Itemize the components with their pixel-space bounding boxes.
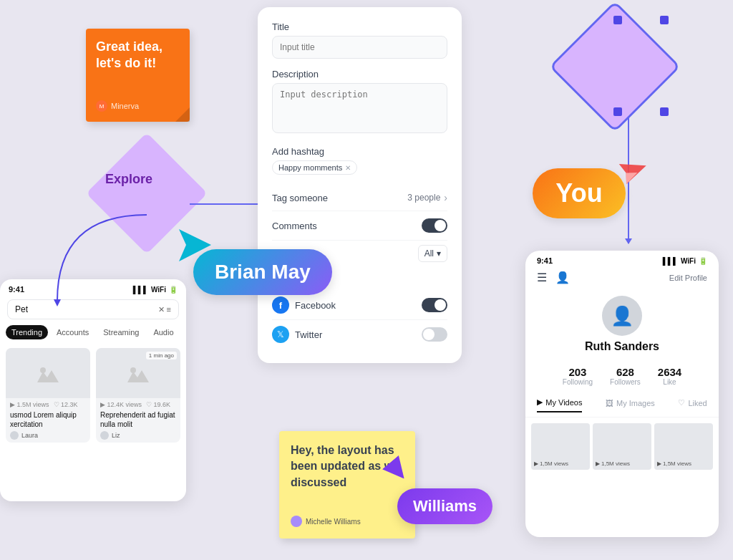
handle-bottom-right xyxy=(660,107,669,116)
person-icon[interactable]: 👤 xyxy=(555,271,570,284)
facebook-name: f Facebook xyxy=(272,296,336,314)
comments-toggle[interactable] xyxy=(422,218,447,233)
description-group: Description xyxy=(272,69,447,136)
brian-may-bubble: Brian May xyxy=(193,249,332,295)
tag-someone-value: 3 people › xyxy=(407,192,447,203)
video-thumb-2[interactable]: ▶1,5M views xyxy=(593,423,651,470)
status-bar-left: 9:41 ▌▌▌ WiFi 🔋 xyxy=(0,279,186,296)
stat-following: 203 Following xyxy=(563,366,593,386)
description-label: Description xyxy=(272,69,447,79)
yellow-note-author: Michelle Williams xyxy=(291,516,404,527)
title-label: Title xyxy=(272,21,447,32)
twitter-toggle[interactable] xyxy=(422,327,447,342)
video-views-1: ▶1,5M views xyxy=(534,460,587,467)
profile-status-bar: 9:41 ▌▌▌ WiFi 🔋 xyxy=(525,251,719,268)
facebook-toggle[interactable] xyxy=(422,298,447,312)
hamburger-icon[interactable]: ☰ xyxy=(537,271,547,284)
nav-icons: ☰ 👤 xyxy=(537,271,570,284)
paper-plane-icon xyxy=(618,156,647,185)
form-card: Title Description Add hashtag Happy momm… xyxy=(258,7,462,363)
play-icon: ▶ xyxy=(537,397,543,407)
status-icons-right: ▌▌▌ WiFi 🔋 xyxy=(663,256,707,265)
card-info-1: ▶ 1.5M views ♡ 12.3K usmod Lorem aliquip… xyxy=(6,398,90,443)
minerva-avatar: M xyxy=(96,100,107,112)
stat-followers: 628 Followers xyxy=(610,366,641,386)
title-input[interactable] xyxy=(272,36,447,59)
hashtag-group: Add hashtag Happy momments ✕ xyxy=(272,146,447,175)
facebook-row: f Facebook xyxy=(272,291,447,320)
hashtag-label: Add hashtag xyxy=(272,146,447,157)
svg-marker-4 xyxy=(619,156,647,184)
tab-my-images[interactable]: 🖼 My Images xyxy=(606,397,655,412)
status-icons-left: ▌▌▌ WiFi 🔋 xyxy=(133,285,178,294)
mobile-app-left: 9:41 ▌▌▌ WiFi 🔋 Pet ✕ ≡ Trending Account… xyxy=(0,279,186,501)
description-input[interactable] xyxy=(272,83,447,133)
card-meta-2: ▶ 12.4K views ♡ 19.6K xyxy=(100,401,176,408)
card-meta-1: ▶ 1.5M views ♡ 12.3K xyxy=(10,401,86,408)
explore-label[interactable]: Explore xyxy=(105,172,152,187)
explore-arrow xyxy=(190,203,268,205)
tab-accounts[interactable]: Accounts xyxy=(51,325,94,339)
cyan-arrow-icon xyxy=(179,229,211,261)
michelle-avatar xyxy=(291,516,302,527)
mobile-tabs: Trending Accounts Streaming Audio xyxy=(0,322,186,342)
video-thumb-3[interactable]: ▶1,5M views xyxy=(654,423,713,470)
tab-streaming[interactable]: Streaming xyxy=(97,325,145,339)
image-icon: 🖼 xyxy=(606,399,613,407)
tab-my-videos[interactable]: ▶ My Videos xyxy=(537,397,582,412)
search-bar-left[interactable]: Pet ✕ ≡ xyxy=(7,299,179,319)
tab-audio[interactable]: Audio xyxy=(147,325,179,339)
card-info-2: ▶ 12.4K views ♡ 19.6K Reprehenderit ad f… xyxy=(96,398,180,443)
hashtag-chip[interactable]: Happy momments ✕ xyxy=(272,160,357,175)
video-thumb-1[interactable]: ▶1,5M views xyxy=(531,423,590,470)
handle-bottom-left xyxy=(613,107,622,116)
video-views-2: ▶1,5M views xyxy=(596,460,649,467)
you-bubble: You xyxy=(533,168,626,218)
edit-profile-button[interactable]: Edit Profile xyxy=(669,274,707,282)
content-card-2[interactable]: 1 min ago ▶ 12.4K views ♡ 19.6K Reprehen… xyxy=(96,348,180,443)
sticky-note-orange-author: M Minerva xyxy=(96,100,180,112)
title-group: Title xyxy=(272,21,447,59)
video-views-3: ▶1,5M views xyxy=(657,460,710,467)
tag-someone-row[interactable]: Tag someone 3 people › xyxy=(272,185,447,211)
tab-liked[interactable]: ♡ Liked xyxy=(678,397,707,412)
card-author-1: Laura xyxy=(10,431,86,440)
mobile-app-right: 9:41 ▌▌▌ WiFi 🔋 ☰ 👤 Edit Profile 👤 Ruth … xyxy=(525,251,719,537)
facebook-icon: f xyxy=(272,296,289,314)
chevron-down-icon: ▾ xyxy=(437,248,441,259)
twitter-row: 𝕏 Twitter xyxy=(272,320,447,349)
content-grid: ▶ 1.5M views ♡ 12.3K usmod Lorem aliquip… xyxy=(0,342,186,448)
profile-stats: 203 Following 628 Followers 2634 Like xyxy=(525,359,719,393)
card-author-2: Liz xyxy=(100,431,176,440)
search-clear-icon[interactable]: ✕ ≡ xyxy=(158,305,171,314)
stat-likes: 2634 Like xyxy=(658,366,681,386)
profile-avatar-area: 👤 Ruth Sanders xyxy=(525,290,719,359)
sticky-note-orange-text: Great idea, let's do it! xyxy=(96,39,180,72)
card-image-2: 1 min ago xyxy=(96,348,180,398)
handle-top-right xyxy=(660,16,669,24)
tab-trending[interactable]: Trending xyxy=(6,325,48,339)
twitter-icon: 𝕏 xyxy=(272,326,289,343)
profile-avatar: 👤 xyxy=(602,296,642,336)
profile-tabs-row: ▶ My Videos 🖼 My Images ♡ Liked xyxy=(525,393,719,417)
content-card-1[interactable]: ▶ 1.5M views ♡ 12.3K usmod Lorem aliquip… xyxy=(6,348,90,443)
profile-name: Ruth Sanders xyxy=(585,340,659,353)
svg-marker-1 xyxy=(179,229,211,261)
handle-top-left xyxy=(613,16,622,24)
chevron-right-icon: › xyxy=(444,192,447,203)
sticky-note-yellow: Hey, the layout has been updated as we d… xyxy=(279,431,415,539)
hashtag-remove-icon[interactable]: ✕ xyxy=(345,164,351,172)
tag-someone-label: Tag someone xyxy=(272,193,328,203)
twitter-name: 𝕏 Twitter xyxy=(272,326,322,343)
video-grid: ▶1,5M views ▶1,5M views ▶1,5M views xyxy=(525,417,719,475)
williams-bubble: Williams xyxy=(397,488,492,524)
all-dropdown[interactable]: All ▾ xyxy=(418,245,447,262)
svg-point-2 xyxy=(40,367,46,373)
svg-point-3 xyxy=(130,367,136,373)
sticky-note-orange: Great idea, let's do it! M Minerva xyxy=(86,29,190,122)
profile-nav: ☰ 👤 Edit Profile xyxy=(525,268,719,290)
comments-row: Comments xyxy=(272,211,447,241)
card-image-1 xyxy=(6,348,90,398)
heart-icon: ♡ xyxy=(678,398,685,407)
comments-label: Comments xyxy=(272,221,317,231)
